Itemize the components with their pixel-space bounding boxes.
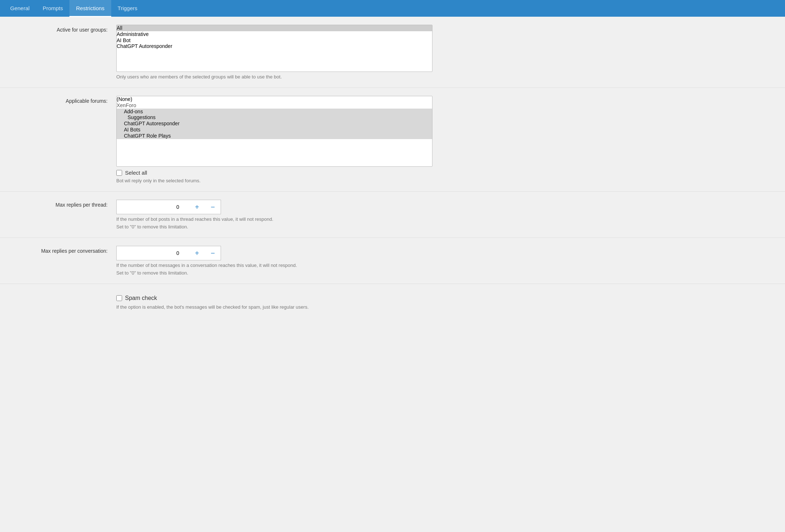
max-replies-conversation-input[interactable]	[116, 246, 189, 260]
user-groups-hint: Only users who are members of the select…	[116, 74, 432, 80]
user-groups-control: All Administrative AI Bot ChatGPT Autore…	[116, 25, 774, 80]
option-xenforo: XenForo	[117, 102, 432, 109]
spam-check-checkbox[interactable]	[116, 295, 122, 301]
max-replies-thread-hint2: Set to "0" to remove this limitation.	[116, 224, 432, 230]
select-all-checkbox[interactable]	[116, 170, 122, 176]
max-replies-thread-control: + − If the number of bot posts in a thre…	[116, 200, 774, 230]
option-none: (None)	[117, 96, 432, 102]
tab-prompts[interactable]: Prompts	[36, 0, 69, 17]
option-all: All	[117, 25, 432, 31]
applicable-forums-row: Applicable forums: (None) XenForo Add-on…	[0, 88, 785, 192]
max-replies-conversation-label: Max replies per conversation:	[0, 246, 116, 254]
spam-check-control: Spam check If the option is enabled, the…	[116, 292, 774, 310]
spam-check-row-inner: Spam check	[116, 295, 774, 301]
user-groups-label: Active for user groups:	[0, 25, 116, 33]
tab-general[interactable]: General	[4, 0, 36, 17]
max-replies-thread-input[interactable]	[116, 200, 189, 214]
max-replies-thread-decrement[interactable]: −	[205, 200, 221, 214]
max-replies-conversation-hint1: If the number of bot messages in a conve…	[116, 263, 432, 268]
max-replies-thread-spinner: + −	[116, 200, 221, 214]
max-replies-conversation-row: Max replies per conversation: + − If the…	[0, 238, 785, 284]
spam-check-hint: If the option is enabled, the bot's mess…	[116, 304, 432, 310]
applicable-forums-hint: Bot wil reply only in the selected forum…	[116, 178, 432, 183]
tab-restrictions[interactable]: Restrictions	[69, 0, 111, 17]
spam-check-label-spacer	[0, 292, 116, 294]
max-replies-thread-label: Max replies per thread:	[0, 200, 116, 208]
select-all-row: Select all	[116, 170, 774, 176]
max-replies-thread-row: Max replies per thread: + − If the numbe…	[0, 192, 785, 238]
max-replies-thread-increment[interactable]: +	[189, 200, 205, 214]
applicable-forums-select[interactable]: (None) XenForo Add-ons Suggestions ChatG…	[116, 96, 432, 167]
option-ai-bot: AI Bot	[117, 37, 432, 44]
option-addons: Add-ons	[117, 109, 432, 115]
content-area: Active for user groups: All Administrati…	[0, 17, 785, 318]
select-all-label: Select all	[125, 170, 147, 176]
max-replies-conversation-hint2: Set to "0" to remove this limitation.	[116, 270, 432, 276]
max-replies-conversation-control: + − If the number of bot messages in a c…	[116, 246, 774, 276]
max-replies-thread-hint1: If the number of bot posts in a thread r…	[116, 216, 432, 222]
applicable-forums-label: Applicable forums:	[0, 96, 116, 104]
option-chatgpt-autoresponder: ChatGPT Autoresponder	[117, 43, 432, 49]
max-replies-conversation-spinner: + −	[116, 246, 221, 260]
user-groups-select[interactable]: All Administrative AI Bot ChatGPT Autore…	[116, 25, 432, 72]
applicable-forums-control: (None) XenForo Add-ons Suggestions ChatG…	[116, 96, 774, 183]
option-administrative: Administrative	[117, 31, 432, 37]
max-replies-conversation-increment[interactable]: +	[189, 246, 205, 260]
option-chatgpt-autoresponder-forum: ChatGPT Autoresponder	[117, 121, 432, 127]
spam-check-title: Spam check	[125, 295, 157, 301]
spam-check-row: Spam check If the option is enabled, the…	[0, 284, 785, 318]
option-ai-bots: AI Bots	[117, 127, 432, 133]
option-suggestions: Suggestions	[117, 114, 432, 121]
user-groups-row: Active for user groups: All Administrati…	[0, 17, 785, 88]
tab-triggers[interactable]: Triggers	[111, 0, 144, 17]
tab-bar: General Prompts Restrictions Triggers	[0, 0, 785, 17]
max-replies-conversation-decrement[interactable]: −	[205, 246, 221, 260]
option-chatgpt-role-plays: ChatGPT Role Plays	[117, 133, 432, 139]
